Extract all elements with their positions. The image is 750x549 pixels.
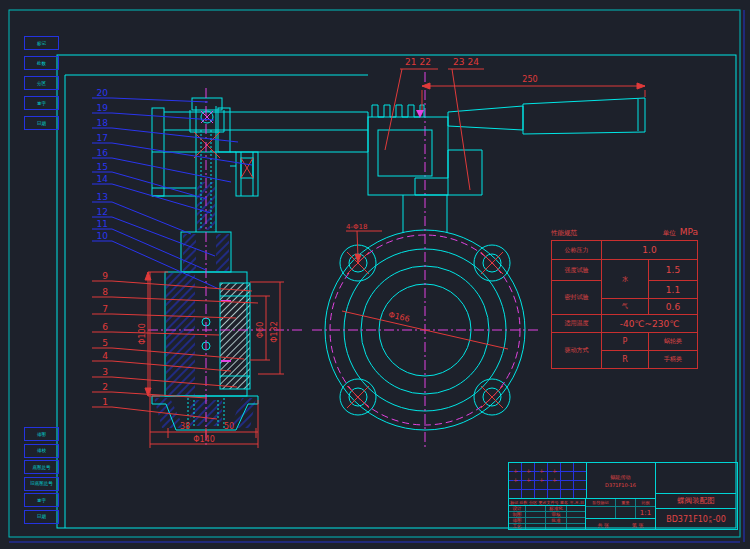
callout-4[interactable]: 4 bbox=[102, 351, 108, 361]
callout-8[interactable]: 8 bbox=[102, 287, 108, 297]
revision-header-cell: 签名 bbox=[560, 500, 568, 505]
margin-box-top-3: 签字 bbox=[24, 96, 59, 110]
callout-6[interactable]: 6 bbox=[102, 322, 108, 332]
margin-box-bot-1: 描校 bbox=[24, 444, 59, 458]
revision-header-cell: 更改文件号 bbox=[538, 500, 558, 505]
callout-20[interactable]: 20 bbox=[97, 88, 109, 98]
spec-grid: 公称压力 1.0 强度试验 水 1.5 密封试验 1.1 气 0.6 适用温度 … bbox=[551, 240, 698, 369]
revision-mark: + bbox=[513, 468, 518, 474]
stage-label: 阶段标记 bbox=[586, 499, 616, 506]
nominal-pressure-value: 1.0 bbox=[602, 241, 697, 260]
drive-label: 驱动方式 bbox=[552, 333, 602, 368]
weight-label: 重量 bbox=[616, 499, 636, 506]
section-view[interactable]: Φ100 Φ60 Φ132 38 50 Φ140 bbox=[138, 88, 302, 448]
title-block[interactable]: ++++++++ 标记处数分区更改文件号签名年.月.日 设计 标准化 制图 审核… bbox=[508, 462, 738, 530]
cad-sheet: Φ100 Φ60 Φ132 38 50 Φ140 bbox=[0, 0, 750, 549]
drawing-number: BD371F10 P R -00 bbox=[656, 509, 736, 530]
callout-10[interactable]: 10 bbox=[97, 231, 109, 241]
signature-rows: 设计 标准化 制图 审核 描图 批准 工艺 bbox=[509, 505, 586, 529]
r-label: R bbox=[602, 351, 649, 368]
company-cell bbox=[656, 463, 736, 494]
seal-test-label: 密封试验 bbox=[552, 281, 602, 315]
margin-box-bot-3: 旧底图总号 bbox=[24, 477, 59, 491]
callout-23-24: 23 24 bbox=[453, 57, 479, 67]
callout-19[interactable]: 19 bbox=[97, 103, 109, 113]
sheet-number: 第 张 bbox=[632, 522, 644, 528]
title-block-middle: 蜗轮传动 D371F10-16 阶段标记 重量 比例 1:1 共 张 第 张 bbox=[586, 463, 656, 529]
seal-gas-value: 0.6 bbox=[649, 299, 697, 315]
temp-value: -40℃~230℃ bbox=[602, 315, 697, 333]
margin-box-bot-2: 底图总号 bbox=[24, 460, 59, 474]
revision-mark: + bbox=[539, 477, 544, 483]
revision-mark: + bbox=[539, 468, 544, 474]
callout-1[interactable]: 1 bbox=[102, 397, 108, 407]
p-value: 蜗轮类 bbox=[649, 333, 697, 351]
spec-table[interactable]: 性能规范 单位MPa 公称压力 1.0 强度试验 水 1.5 密封试验 1.1 … bbox=[551, 226, 698, 369]
callout-leader bbox=[112, 98, 208, 102]
margin-box-top-4: 日期 bbox=[24, 116, 59, 130]
callout-leader bbox=[112, 143, 252, 165]
dim-bottom-b: 50 bbox=[224, 422, 234, 431]
callout-16[interactable]: 16 bbox=[97, 148, 109, 158]
water-label: 水 bbox=[602, 260, 649, 299]
callout-7[interactable]: 7 bbox=[102, 304, 108, 314]
callout-18[interactable]: 18 bbox=[97, 118, 109, 128]
revision-mark: + bbox=[552, 468, 557, 474]
callout-9[interactable]: 9 bbox=[102, 271, 108, 281]
callout-2[interactable]: 2 bbox=[102, 382, 108, 392]
seal-water-value: 1.1 bbox=[649, 281, 697, 299]
margin-box-top-2: 分区 bbox=[24, 76, 59, 90]
unit-label: 单位 bbox=[663, 229, 676, 237]
scale-label: 比例 bbox=[636, 499, 655, 506]
dim-left-dia: Φ100 bbox=[138, 323, 147, 345]
callout-13[interactable]: 13 bbox=[97, 192, 108, 202]
dim-body-dia: Φ132 bbox=[270, 321, 279, 343]
callout-leader bbox=[112, 172, 207, 199]
unit-value: MPa bbox=[680, 227, 698, 237]
material-note: 蜗轮传动 D371F10-16 bbox=[586, 463, 655, 498]
revision-mark: + bbox=[526, 477, 531, 483]
gearbox-and-handle bbox=[368, 98, 645, 233]
drawing-name: 蝶阀装配图 bbox=[656, 494, 736, 509]
dim-bolt-holes: 4-Φ18 bbox=[346, 223, 367, 231]
revision-header-cell: 分区 bbox=[529, 500, 537, 505]
callout-3[interactable]: 3 bbox=[102, 367, 108, 377]
margin-box-bot-0: 描图 bbox=[24, 427, 59, 441]
callout-12[interactable]: 12 bbox=[97, 207, 108, 217]
callout-14[interactable]: 14 bbox=[97, 174, 109, 184]
p-label: P bbox=[602, 333, 649, 351]
valve-disc-hatch bbox=[220, 283, 250, 389]
callout-leader bbox=[112, 158, 231, 182]
margin-box-top-0: 标记 bbox=[24, 36, 59, 50]
temp-label: 适用温度 bbox=[552, 315, 602, 333]
spec-title: 性能规范 bbox=[551, 229, 577, 238]
revision-mark: + bbox=[526, 468, 531, 474]
margin-box-bot-5: 日期 bbox=[24, 510, 59, 524]
margin-box-bot-4: 签字 bbox=[24, 493, 59, 507]
revision-header-row: 标记处数分区更改文件号签名年.月.日 bbox=[509, 498, 586, 505]
revision-mark: + bbox=[552, 477, 557, 483]
callout-21-22: 21 22 bbox=[405, 57, 431, 67]
strength-test-label: 强度试验 bbox=[552, 260, 602, 281]
gas-label: 气 bbox=[602, 299, 649, 315]
revision-header-cell: 年.月.日 bbox=[569, 500, 584, 505]
note-line1: 蜗轮传动 bbox=[611, 473, 631, 481]
revision-header-cell: 处数 bbox=[519, 500, 527, 505]
nominal-pressure-label: 公称压力 bbox=[552, 241, 602, 260]
callout-17[interactable]: 17 bbox=[97, 133, 108, 143]
callout-5[interactable]: 5 bbox=[102, 338, 108, 348]
dim-bottom-overall: Φ140 bbox=[193, 435, 215, 444]
callout-leader bbox=[112, 202, 191, 234]
callout-15[interactable]: 15 bbox=[97, 162, 108, 172]
spec-table-header: 性能规范 单位MPa bbox=[551, 226, 698, 238]
revision-grid: ++++++++ bbox=[509, 463, 587, 498]
r-value: 手柄类 bbox=[649, 351, 697, 368]
title-block-right: 蝶阀装配图 BD371F10 P R -00 bbox=[656, 463, 736, 529]
callout-leader bbox=[112, 113, 214, 120]
sheet-total: 共 张 bbox=[597, 522, 609, 528]
dim-bottom-a: 38 bbox=[180, 422, 190, 431]
scale-value: 1:1 bbox=[636, 507, 655, 518]
callout-11[interactable]: 11 bbox=[97, 219, 108, 229]
revision-header-cell: 标记 bbox=[510, 500, 518, 505]
note-line2: D371F10-16 bbox=[605, 481, 636, 489]
